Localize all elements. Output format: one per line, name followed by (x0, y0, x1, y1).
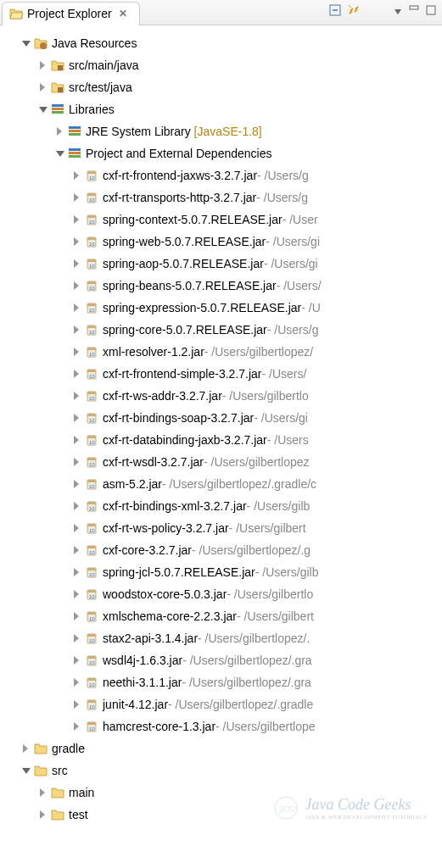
expand-arrow-icon[interactable] (71, 676, 83, 688)
expand-arrow-icon[interactable] (71, 236, 83, 248)
tree-node-jar[interactable]: spring-aop-5.0.7.RELEASE.jar - /Users/gi (0, 253, 442, 275)
jar-path: - /Users/gilbertlopez/.g (192, 543, 311, 557)
jar-path: - /Users/gilbertlo (227, 587, 313, 601)
tree-node-jar[interactable]: cxf-rt-ws-policy-3.2.7.jar - /Users/gilb… (0, 517, 442, 539)
expand-arrow-icon[interactable] (37, 787, 49, 798)
expand-arrow-icon[interactable] (71, 654, 83, 666)
jar-name: junit-4.12.jar (103, 698, 168, 711)
jar-name: spring-aop-5.0.7.RELEASE.jar (103, 257, 264, 270)
tree-node-jar[interactable]: stax2-api-3.1.4.jar - /Users/gilbertlope… (0, 627, 442, 649)
tree-node-jar[interactable]: cxf-rt-bindings-xml-3.2.7.jar - /Users/g… (0, 495, 442, 517)
tree-node-jar[interactable]: spring-context-5.0.7.RELEASE.jar - /User (0, 209, 442, 231)
expand-arrow-icon[interactable] (71, 588, 83, 600)
expand-arrow-icon[interactable] (37, 809, 49, 821)
collapse-all-icon[interactable] (328, 3, 342, 19)
tree-node-jre[interactable]: JRE System Library [JavaSE-1.8] (0, 120, 442, 142)
close-icon[interactable]: ✕ (119, 8, 127, 19)
expand-arrow-icon[interactable] (71, 698, 83, 710)
tree-node-libraries[interactable]: Libraries (0, 98, 442, 120)
tree-node-java-resources[interactable]: Java Resources (0, 32, 442, 54)
jar-name: cxf-rt-bindings-soap-3.2.7.jar (103, 411, 254, 425)
tree-node-jar[interactable]: spring-expression-5.0.7.RELEASE.jar - /U (0, 297, 442, 319)
tree-node-src-test-java[interactable]: src/test/java (0, 76, 442, 98)
tree-node-jar[interactable]: xmlschema-core-2.2.3.jar - /Users/gilber… (0, 605, 442, 627)
tree-node-jar[interactable]: spring-beans-5.0.7.RELEASE.jar - /Users/ (0, 275, 442, 297)
expand-arrow-icon[interactable] (71, 566, 83, 578)
jar-path: - /Users/g (257, 169, 309, 182)
node-label: src/test/java (69, 81, 132, 94)
tree-node-src-main-java[interactable]: src/main/java (0, 54, 442, 76)
jar-icon (85, 323, 98, 337)
expand-arrow-icon[interactable] (20, 765, 32, 776)
toolbar-right (328, 3, 437, 19)
tree-node-jar[interactable]: cxf-rt-ws-addr-3.2.7.jar - /Users/gilber… (0, 385, 442, 407)
minimize-icon[interactable] (408, 4, 420, 19)
expand-arrow-icon[interactable] (71, 258, 83, 270)
tree-node-jar[interactable]: cxf-rt-bindings-soap-3.2.7.jar - /Users/… (0, 407, 442, 429)
view-menu-icon[interactable] (393, 5, 403, 19)
tree-node-gradle[interactable]: gradle (0, 737, 442, 760)
jar-name: cxf-rt-frontend-simple-3.2.7.jar (103, 367, 262, 381)
jar-path: - /Users/gilbertlo (222, 389, 309, 403)
expand-arrow-icon[interactable] (71, 346, 83, 358)
tree-node-jar[interactable]: cxf-rt-frontend-jaxws-3.2.7.jar - /Users… (0, 164, 442, 186)
expand-arrow-icon[interactable] (54, 147, 66, 159)
jar-name: spring-jcl-5.0.7.RELEASE.jar (103, 565, 255, 579)
tree-node-jar[interactable]: cxf-rt-wsdl-3.2.7.jar - /Users/gilbertlo… (0, 451, 442, 473)
expand-arrow-icon[interactable] (71, 434, 83, 446)
tree-node-jar[interactable]: woodstox-core-5.0.3.jar - /Users/gilbert… (0, 583, 442, 605)
tree-node-src-test[interactable]: test (0, 804, 442, 826)
expand-arrow-icon[interactable] (71, 478, 83, 490)
tree-node-jar[interactable]: cxf-rt-databinding-jaxb-3.2.7.jar - /Use… (0, 429, 442, 451)
tree-node-jar[interactable]: hamcrest-core-1.3.jar - /Users/gilbertlo… (0, 715, 442, 737)
tree-node-src[interactable]: src (0, 760, 442, 782)
tree-node-jar[interactable]: spring-web-5.0.7.RELEASE.jar - /Users/gi (0, 231, 442, 253)
tree-node-jar[interactable]: cxf-core-3.2.7.jar - /Users/gilbertlopez… (0, 539, 442, 561)
expand-arrow-icon[interactable] (37, 59, 49, 71)
jar-path: - /Users/gi (264, 257, 318, 270)
expand-arrow-icon[interactable] (71, 500, 83, 512)
jar-name: cxf-rt-ws-addr-3.2.7.jar (103, 389, 222, 403)
tree-node-jar[interactable]: spring-jcl-5.0.7.RELEASE.jar - /Users/gi… (0, 561, 442, 583)
tree-node-jar[interactable]: junit-4.12.jar - /Users/gilbertlopez/.gr… (0, 693, 442, 715)
expand-arrow-icon[interactable] (54, 125, 66, 137)
tree-node-jar[interactable]: cxf-rt-transports-http-3.2.7.jar - /User… (0, 186, 442, 209)
expand-arrow-icon[interactable] (20, 743, 32, 754)
jar-path: - /U (301, 301, 321, 314)
tree-node-jar[interactable]: cxf-rt-frontend-simple-3.2.7.jar - /User… (0, 363, 442, 385)
expand-arrow-icon[interactable] (71, 610, 83, 622)
jar-path: - /Users (267, 433, 309, 447)
tree-node-jar[interactable]: spring-core-5.0.7.RELEASE.jar - /Users/g (0, 319, 442, 341)
tree-node-jar[interactable]: neethi-3.1.1.jar - /Users/gilbertlopez/.… (0, 671, 442, 693)
jar-name: spring-context-5.0.7.RELEASE.jar (103, 213, 283, 226)
expand-arrow-icon[interactable] (71, 170, 83, 181)
expand-arrow-icon[interactable] (71, 412, 83, 424)
view-tab-bar: Project Explorer ✕ (0, 0, 442, 25)
expand-arrow-icon[interactable] (71, 368, 83, 380)
expand-arrow-icon[interactable] (71, 214, 83, 225)
expand-arrow-icon[interactable] (71, 522, 83, 534)
expand-arrow-icon[interactable] (37, 103, 49, 115)
maximize-icon[interactable] (425, 4, 437, 19)
expand-arrow-icon[interactable] (71, 632, 83, 644)
jar-path: - /Users/gilbertlopez/.gra (182, 654, 312, 667)
expand-arrow-icon[interactable] (20, 37, 32, 49)
expand-arrow-icon[interactable] (71, 192, 83, 203)
jar-name: stax2-api-3.1.4.jar (103, 632, 198, 645)
expand-arrow-icon[interactable] (71, 544, 83, 556)
tree-node-jar[interactable]: asm-5.2.jar - /Users/gilbertlopez/.gradl… (0, 473, 442, 495)
link-editor-icon[interactable] (347, 3, 361, 19)
expand-arrow-icon[interactable] (71, 280, 83, 292)
tree-node-jar[interactable]: xml-resolver-1.2.jar - /Users/gilbertlop… (0, 341, 442, 363)
expand-arrow-icon[interactable] (37, 81, 49, 93)
project-explorer-tab[interactable]: Project Explorer ✕ (2, 2, 140, 25)
expand-arrow-icon[interactable] (71, 721, 83, 732)
tree-node-ext-deps[interactable]: Project and External Dependencies (0, 142, 442, 164)
jar-icon (85, 698, 98, 711)
tree-node-src-main[interactable]: main (0, 782, 442, 804)
expand-arrow-icon[interactable] (71, 324, 83, 336)
expand-arrow-icon[interactable] (71, 302, 83, 314)
expand-arrow-icon[interactable] (71, 390, 83, 402)
expand-arrow-icon[interactable] (71, 456, 83, 468)
tree-node-jar[interactable]: wsdl4j-1.6.3.jar - /Users/gilbertlopez/.… (0, 649, 442, 671)
